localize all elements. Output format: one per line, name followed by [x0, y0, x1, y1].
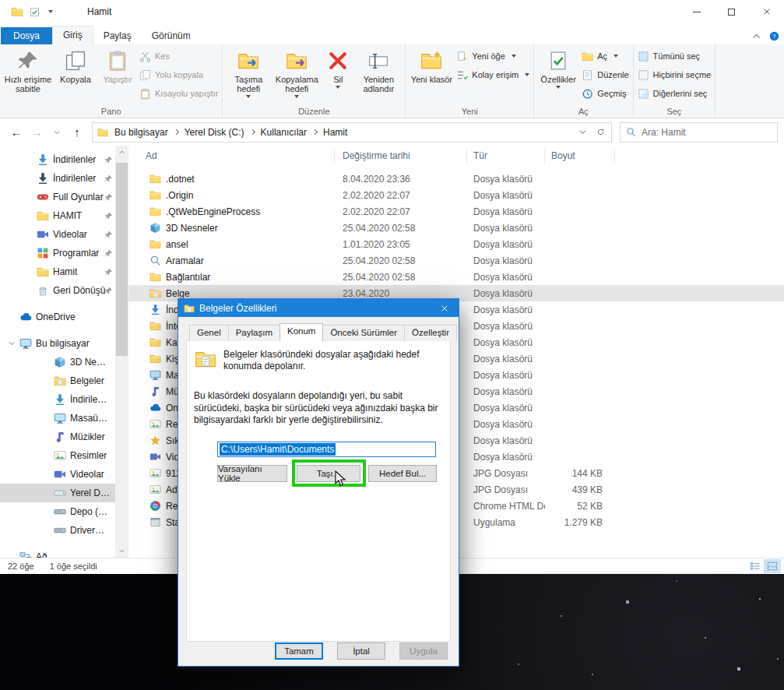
tab-sharing[interactable]: Paylaşım	[228, 325, 280, 341]
rename-button[interactable]: Yeniden adlandır	[354, 46, 403, 105]
invert-selection-button[interactable]: Diğerlerini seç	[638, 86, 712, 101]
tab-view[interactable]: Görünüm	[142, 27, 201, 44]
close-button[interactable]	[749, 0, 784, 23]
file-row-2[interactable]: .QtWebEngineProcess2.02.2020 22:07Dosya …	[128, 203, 784, 220]
breadcrumb-this-pc[interactable]: Bu bilgisayar	[113, 127, 170, 138]
new-item-button[interactable]: Yeni öğe	[456, 48, 529, 64]
refresh-icon[interactable]	[596, 128, 605, 136]
location-intro-text: Belgeler klasöründeki dosyalar aşağıdaki…	[223, 349, 420, 372]
sidebar-item-10[interactable]: 3D Nesneler	[0, 353, 128, 371]
file-row-3[interactable]: 3D Nesneler25.04.2020 02:58Dosya klasörü	[128, 220, 784, 236]
delete-button[interactable]: Sil	[322, 46, 354, 105]
breadcrumb-local-disk[interactable]: Yerel Disk (C:)	[183, 127, 246, 138]
tab-previous-versions[interactable]: Önceki Sürümler	[322, 325, 405, 341]
recent-locations-dropdown[interactable]	[47, 125, 67, 139]
edit-button[interactable]: Düzenle	[582, 67, 628, 83]
minimize-button[interactable]	[679, 0, 714, 23]
sidebar-item-13[interactable]: Masaüstü	[0, 409, 128, 428]
thumbnails-view-button[interactable]	[764, 559, 781, 573]
sidebar-item-4[interactable]: Videolar	[0, 225, 128, 244]
restore-default-button[interactable]: Varsayılanı Yükle	[217, 465, 287, 482]
sidebar-item-14[interactable]: Müzikler	[0, 428, 128, 446]
apply-button[interactable]: Uygula	[399, 642, 448, 660]
tab-location[interactable]: Konum	[279, 323, 323, 341]
new-folder-button[interactable]: Yeni klasör	[408, 46, 455, 105]
file-row-4[interactable]: ansel1.01.2020 23:05Dosya klasörü	[128, 236, 784, 252]
sidebar-item-5[interactable]: Programlar	[0, 244, 128, 262]
column-header-name[interactable]: Ad	[128, 150, 335, 163]
sidebar-item-label: DriverCD (F:)	[70, 525, 110, 536]
pin-to-quick-access-button[interactable]: Hızlı erişime sabitle	[2, 46, 54, 105]
tab-file[interactable]: Dosya	[1, 27, 52, 44]
tab-share[interactable]: Paylaş	[93, 27, 142, 44]
location-path-input[interactable]: C:\Users\Hamit\Documents	[217, 442, 436, 457]
quick-access-properties-icon[interactable]	[30, 7, 40, 17]
doc-icon	[54, 375, 66, 387]
breadcrumb-users[interactable]: Kullanıcılar	[259, 127, 308, 138]
file-row-0[interactable]: .dotnet8.04.2020 23:36Dosya klasörü	[128, 171, 784, 187]
sidebar-item-0[interactable]: İndirilenler	[0, 150, 128, 169]
easy-access-button[interactable]: Kolay erişim	[456, 67, 529, 83]
help-icon[interactable]	[769, 31, 779, 41]
file-row-1[interactable]: .Origin2.02.2020 22:07Dosya klasörü	[128, 187, 784, 203]
back-button[interactable]: ←	[6, 125, 26, 139]
maximize-button[interactable]	[714, 0, 749, 23]
titlebar[interactable]: Hamit	[0, 0, 784, 23]
sidebar-item-20[interactable]: Ağ	[0, 547, 128, 558]
address-history-dropdown-icon[interactable]	[578, 128, 587, 136]
sidebar-item-16[interactable]: Videolar	[0, 465, 128, 484]
sidebar-item-12[interactable]: İndirilenler	[0, 390, 128, 409]
sidebar-item-8[interactable]: OneDrive	[0, 308, 128, 326]
sidebar-item-2[interactable]: Full Oyunlar	[0, 188, 128, 206]
breadcrumb-hamit[interactable]: Hamit	[322, 127, 349, 138]
find-target-button[interactable]: Hedef Bul...	[368, 465, 437, 482]
select-none-button[interactable]: Hiçbirini seçme	[638, 67, 712, 83]
breadcrumb[interactable]: Bu bilgisayar Yerel Disk (C:) Kullanıcıl…	[92, 122, 612, 143]
sidebar-item-3[interactable]: HAMIT	[0, 206, 128, 225]
scrollbar-thumb[interactable]	[116, 163, 128, 356]
details-view-button[interactable]	[747, 559, 764, 573]
column-header-size[interactable]: Boyut	[545, 150, 615, 163]
copy-button[interactable]: Kopyala	[54, 46, 97, 105]
file-row-6[interactable]: Bağlantılar25.04.2020 02:58Dosya klasörü	[128, 269, 784, 285]
history-button[interactable]: Geçmiş	[582, 86, 628, 101]
cut-button[interactable]: Kes	[139, 48, 218, 64]
sidebar-item-18[interactable]: Depo (D:)	[0, 502, 128, 521]
tab-general[interactable]: Genel	[189, 325, 229, 341]
move-to-button[interactable]: Taşıma hedefi	[225, 46, 272, 105]
select-all-button[interactable]: Tümünü seç	[638, 48, 712, 64]
open-button[interactable]: Aç	[582, 48, 628, 64]
pic-icon	[149, 484, 161, 495]
up-button[interactable]: ↑	[67, 125, 87, 139]
scroll-up-button[interactable]	[115, 146, 128, 159]
paste-shortcut-button[interactable]: Kısayolu yapıştır	[139, 86, 218, 101]
quick-access-toolbar-dropdown-icon[interactable]	[48, 10, 53, 13]
search-input[interactable]: Ara: Hamit	[620, 122, 778, 143]
sidebar-scrollbar[interactable]	[115, 146, 128, 558]
sidebar-item-9[interactable]: Bu bilgisayar	[0, 334, 128, 353]
dialog-close-button[interactable]	[431, 299, 459, 317]
sidebar-item-6[interactable]: Hamit	[0, 262, 128, 281]
tab-home[interactable]: Giriş	[52, 26, 93, 44]
collapse-ribbon-icon[interactable]	[751, 31, 761, 41]
cancel-button[interactable]: İptal	[337, 642, 385, 660]
sidebar-item-11[interactable]: Belgeler	[0, 371, 128, 390]
copy-path-button[interactable]: Yolu kopyala	[139, 67, 218, 83]
tab-customize[interactable]: Özelleştir	[404, 325, 457, 341]
copy-to-button[interactable]: Kopyalama hedefi	[272, 46, 322, 105]
download-icon	[54, 393, 66, 406]
sidebar-item-15[interactable]: Resimler	[0, 446, 128, 465]
dialog-titlebar[interactable]: Belgeler Özellikleri	[178, 299, 459, 317]
paste-button[interactable]: Yapıştır	[97, 46, 138, 105]
sidebar-item-7[interactable]: Geri Dönüşü	[0, 281, 128, 300]
file-row-5[interactable]: Aramalar25.04.2020 02:58Dosya klasörü	[128, 252, 784, 269]
forward-button[interactable]: →	[26, 125, 47, 139]
column-header-type[interactable]: Tür	[467, 150, 545, 163]
ok-button[interactable]: Tamam	[275, 642, 323, 660]
sidebar-item-1[interactable]: İndirilenler	[0, 169, 128, 188]
column-header-date[interactable]: Değiştirme tarihi	[335, 150, 467, 163]
sidebar-item-19[interactable]: DriverCD (F:)	[0, 521, 128, 540]
sidebar-item-17[interactable]: Yerel Disk (C:)	[0, 484, 128, 502]
scroll-down-button[interactable]	[115, 544, 128, 558]
properties-button[interactable]: Özellikler	[536, 46, 580, 105]
